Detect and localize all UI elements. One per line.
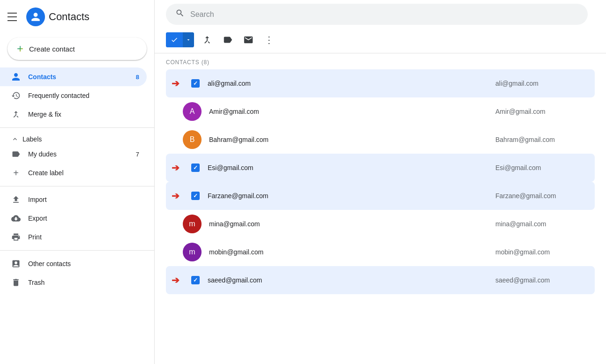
select-dropdown-button[interactable] — [183, 32, 194, 47]
contact-checkbox[interactable]: A — [183, 102, 202, 121]
print-label: Print — [28, 233, 42, 241]
label-icon — [11, 149, 21, 159]
email-button[interactable] — [239, 30, 258, 49]
contact-row[interactable]: AAmir@gmail.comAmir@gmail.com — [166, 97, 595, 126]
create-contact-button[interactable]: + Create contact — [7, 37, 147, 60]
contact-email: Amir@gmail.com — [495, 108, 589, 115]
contacts-nav-label: Contacts — [28, 73, 56, 81]
contact-email: Farzane@gmail.com — [495, 192, 589, 200]
labels-header-label: Labels — [22, 135, 42, 143]
contact-checkbox[interactable] — [191, 191, 200, 201]
checkbox-checked — [191, 276, 200, 284]
search-bar-container — [155, 0, 606, 29]
checkbox-checked — [191, 192, 200, 200]
contact-name: Amir@gmail.com — [209, 108, 488, 115]
trash-label: Trash — [28, 279, 45, 286]
search-input[interactable] — [190, 10, 578, 19]
contact-row[interactable]: mmobin@gmail.commobin@gmail.com — [166, 238, 595, 266]
contact-checkbox[interactable] — [191, 163, 200, 172]
checkbox-checked — [191, 79, 200, 88]
contacts-list: CONTACTS (8) ➔ali@gmail.comali@gmail.com… — [155, 53, 606, 364]
contact-checkbox[interactable] — [191, 275, 200, 285]
frequently-contacted-label: Frequently contacted — [28, 92, 90, 99]
divider-1 — [0, 127, 154, 128]
more-icon: ⋮ — [264, 34, 274, 45]
contact-name: saeed@gmail.com — [208, 276, 488, 284]
sidebar-item-export[interactable]: Export — [0, 209, 147, 228]
contacts-badge: 8 — [136, 74, 139, 81]
contact-name: mina@gmail.com — [209, 220, 488, 228]
contact-email: mobin@gmail.com — [495, 248, 589, 256]
contact-row[interactable]: BBahram@gmail.comBahram@gmail.com — [166, 126, 595, 154]
create-label-text: Create label — [28, 169, 64, 177]
contact-email: mina@gmail.com — [495, 220, 589, 228]
checkbox-checked — [191, 163, 200, 172]
sidebar-item-create-label[interactable]: + Create label — [0, 163, 147, 182]
my-dudes-label: My dudes — [28, 150, 57, 158]
import-icon — [11, 195, 21, 204]
contact-checkbox[interactable]: m — [183, 215, 202, 233]
contact-row[interactable]: ➔saeed@gmail.comsaeed@gmail.com — [166, 266, 595, 294]
contact-checkbox[interactable] — [191, 79, 200, 88]
sidebar-item-trash[interactable]: Trash — [0, 273, 147, 292]
search-inner — [166, 4, 588, 25]
search-icon — [175, 8, 185, 20]
sidebar-item-print[interactable]: Print — [0, 228, 147, 246]
contact-row[interactable]: ➔Farzane@gmail.comFarzane@gmail.com — [166, 182, 595, 210]
contact-name: ali@gmail.com — [208, 80, 488, 87]
avatar: m — [183, 215, 202, 233]
label-button[interactable] — [218, 30, 237, 49]
contact-name: mobin@gmail.com — [209, 248, 488, 256]
contact-email: ali@gmail.com — [495, 80, 589, 87]
sidebar-item-other-contacts[interactable]: Other contacts — [0, 254, 147, 273]
import-label: Import — [28, 196, 47, 203]
select-all-area — [166, 32, 194, 47]
sidebar-item-import[interactable]: Import — [0, 190, 147, 209]
divider-3 — [0, 250, 154, 251]
sidebar-item-contacts[interactable]: Contacts 8 — [0, 67, 147, 86]
sidebar-header: Contacts — [0, 4, 154, 34]
select-all-button[interactable] — [166, 32, 183, 47]
contact-checkbox[interactable]: B — [183, 130, 202, 149]
avatar: B — [183, 130, 202, 149]
sidebar: Contacts + Create contact Contacts 8 Fre… — [0, 0, 155, 364]
main-area: ⋮ CONTACTS (8) ➔ali@gmail.comali@gmail.c… — [155, 0, 606, 364]
contact-row[interactable]: ➔Esi@gmail.comEsi@gmail.com — [166, 154, 595, 182]
sidebar-item-frequently-contacted[interactable]: Frequently contacted — [0, 86, 147, 105]
plus-icon: + — [11, 168, 21, 178]
export-icon — [11, 214, 21, 223]
create-contact-label: Create contact — [29, 45, 75, 53]
arrow-indicator: ➔ — [172, 78, 180, 89]
app-logo: Contacts — [26, 7, 90, 26]
app-logo-icon — [26, 7, 45, 26]
merge-contacts-button[interactable] — [198, 30, 217, 49]
other-contacts-label: Other contacts — [28, 260, 71, 267]
contact-checkbox[interactable]: m — [183, 243, 202, 261]
trash-icon — [11, 278, 21, 287]
arrow-indicator: ➔ — [172, 162, 180, 173]
more-options-button[interactable]: ⋮ — [260, 30, 278, 49]
contact-name: Esi@gmail.com — [208, 164, 488, 171]
contact-email: Esi@gmail.com — [495, 164, 589, 171]
avatar: m — [183, 243, 202, 261]
contact-email: Bahram@gmail.com — [495, 136, 589, 143]
other-contacts-icon — [11, 259, 21, 268]
arrow-indicator: ➔ — [172, 275, 180, 286]
divider-2 — [0, 186, 154, 186]
contact-email: saeed@gmail.com — [495, 276, 589, 284]
merge-icon — [11, 110, 21, 119]
history-icon — [11, 91, 21, 100]
sidebar-item-merge-fix[interactable]: Merge & fix — [0, 105, 147, 124]
contact-row[interactable]: ➔ali@gmail.comali@gmail.com — [166, 69, 595, 97]
merge-fix-label: Merge & fix — [28, 111, 61, 118]
contact-row[interactable]: mmina@gmail.commina@gmail.com — [166, 210, 595, 238]
print-icon — [11, 232, 21, 242]
arrow-indicator: ➔ — [172, 190, 180, 201]
contacts-container: ➔ali@gmail.comali@gmail.comAAmir@gmail.c… — [166, 69, 595, 294]
sidebar-item-my-dudes[interactable]: My dudes 7 — [0, 145, 147, 163]
labels-section-header[interactable]: Labels — [0, 132, 154, 145]
my-dudes-badge: 7 — [136, 151, 139, 158]
hamburger-icon[interactable] — [7, 11, 19, 22]
contacts-count: CONTACTS (8) — [166, 53, 595, 69]
avatar: A — [183, 102, 202, 121]
